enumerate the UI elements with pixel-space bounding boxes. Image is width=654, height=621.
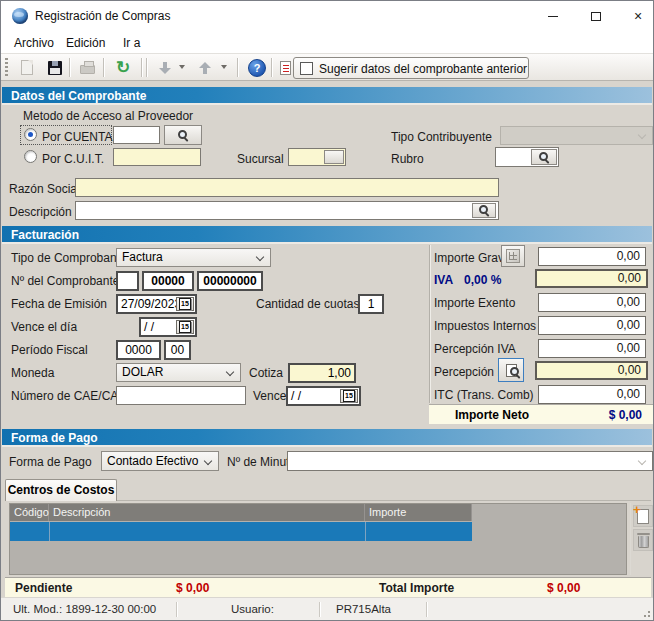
importe-neto-label: Importe Neto [455,408,529,422]
tab-centros-de-costos[interactable]: Centros de Costos [5,479,117,501]
nav-down-dropdown-caret[interactable] [179,65,185,72]
percepcion-ib-search-button[interactable] [498,358,524,382]
vence-dia-value: / / [144,320,154,334]
fecha-emision-label: Fecha de Emisión [11,297,107,311]
menu-edicion[interactable]: Edición [61,34,110,51]
nav-up-button[interactable] [193,56,217,79]
importe-gravado-input[interactable]: 0,00 [538,247,646,266]
cuotas-input[interactable]: 1 [358,294,384,314]
add-row-button[interactable] [633,505,653,527]
por-cuit-label: Por C.U.I.T. [42,152,104,166]
suggest-previous-checkbox[interactable] [300,62,313,75]
menu-ir-a[interactable]: Ir a [118,34,145,51]
calendar-button[interactable] [340,389,358,403]
printer-icon [80,65,95,74]
chevron-down-icon [638,131,646,139]
percepcion-ib-input[interactable]: 0,00 [535,361,648,380]
section-header-facturacion: Facturación [2,226,652,244]
minuta-select[interactable] [287,451,653,471]
suggest-previous-toggle[interactable]: Sugerir datos del comprobante anterior [293,57,529,79]
section-header-pago: Forma de Pago [2,429,652,447]
arrow-down-icon [159,61,172,75]
calendar-button[interactable] [176,297,194,311]
cae-input[interactable] [116,386,246,405]
tipo-comprobante-select[interactable]: Factura [116,248,271,267]
calendar-icon [179,298,191,310]
cuotas-label: Cantidad de cuotas [256,297,359,311]
delete-row-button[interactable] [633,529,653,551]
col-header-importe[interactable]: Importe [365,504,472,521]
rubro-input[interactable] [495,147,559,167]
nro-numero-input[interactable]: 00000000 [197,271,263,291]
total-importe-value: $ 0,00 [547,581,580,595]
arrow-up-icon [199,61,212,75]
importe-exento-input[interactable]: 0,00 [538,293,646,312]
sucursal-input[interactable] [288,148,346,166]
cae-vence-input[interactable]: / / [286,386,361,406]
forma-pago-label: Forma de Pago [9,455,92,469]
vence-dia-input[interactable]: / / [139,317,197,337]
new-button[interactable] [15,56,39,79]
close-button[interactable]: × [623,5,653,27]
cuenta-input[interactable] [113,126,160,144]
chevron-down-icon [226,368,234,376]
cuenta-search-button[interactable] [164,125,202,145]
moneda-select[interactable]: DOLAR [116,363,241,382]
periodo-mes-input[interactable]: 00 [164,340,191,360]
status-usuario-value: PR715Alta [336,603,391,615]
sucursal-label: Sucursal [237,152,284,166]
nro-letra-input[interactable] [116,271,139,291]
forma-pago-select[interactable]: Contado Efectivo [101,451,219,471]
grid-selected-row[interactable] [10,522,472,541]
cotiza-input[interactable]: 1,00 [288,363,356,383]
fecha-emision-value: 27/09/2023 [121,297,181,311]
cuit-input[interactable] [113,148,201,166]
pendiente-value: $ 0,00 [176,581,209,595]
iva-input[interactable]: 0,00 [535,269,648,288]
sucursal-picker-button[interactable] [324,150,344,164]
calendar-icon [179,321,191,333]
razon-social-input[interactable] [75,178,499,197]
periodo-fiscal-label: Período Fiscal [11,343,88,357]
resize-grip[interactable] [641,608,651,618]
por-cuit-radio[interactable] [24,150,37,163]
menu-bar: Archivo Edición Ir a [1,31,653,53]
save-button[interactable] [43,56,67,79]
razon-social-label: Razón Social [9,182,80,196]
status-separator [426,602,427,617]
itc-input[interactable]: 0,00 [538,385,646,404]
rubro-label: Rubro [391,152,424,166]
col-header-codigo[interactable]: Código [10,504,49,521]
nro-sucursal-input[interactable]: 00000 [142,271,194,291]
importe-exento-label: Importe Exento [434,296,515,310]
toolbar: ↻ ? Sugerir datos del comprobante anteri… [1,53,653,81]
rubro-search-button[interactable] [531,149,557,165]
refresh-button[interactable]: ↻ [111,56,135,79]
tipo-contribuyente-select[interactable] [500,126,653,145]
menu-archivo[interactable]: Archivo [9,34,59,51]
calendar-button[interactable] [176,320,194,334]
suggest-previous-label: Sugerir datos del comprobante anterior [319,62,527,76]
percepcion-iva-input[interactable]: 0,00 [538,339,646,358]
periodo-anio-input[interactable]: 0000 [116,340,161,360]
importe-gravado-calc-button[interactable] [501,245,525,267]
nav-down-button[interactable] [153,56,177,79]
minimize-icon [548,16,558,17]
descripcion-input[interactable] [75,201,499,220]
help-icon: ? [248,59,266,77]
fecha-emision-input[interactable]: 27/09/2023 [116,294,197,314]
costos-grid: Código Descripción Importe [9,503,627,575]
status-usuario-label: Usuario: [231,603,274,615]
por-cuenta-radio[interactable] [24,128,37,141]
print-button[interactable] [75,56,99,79]
help-button[interactable]: ? [245,56,269,79]
nav-up-dropdown-caret[interactable] [221,65,227,72]
toolbar-grip[interactable] [5,58,8,77]
column-divider [429,245,430,403]
descripcion-search-button[interactable] [472,203,496,218]
col-header-descripcion[interactable]: Descripción [49,504,365,521]
minimize-button[interactable] [538,5,568,27]
maximize-button[interactable] [581,5,611,27]
itc-label: ITC (Trans. Comb) [434,388,534,402]
impuestos-internos-input[interactable]: 0,00 [538,316,646,335]
